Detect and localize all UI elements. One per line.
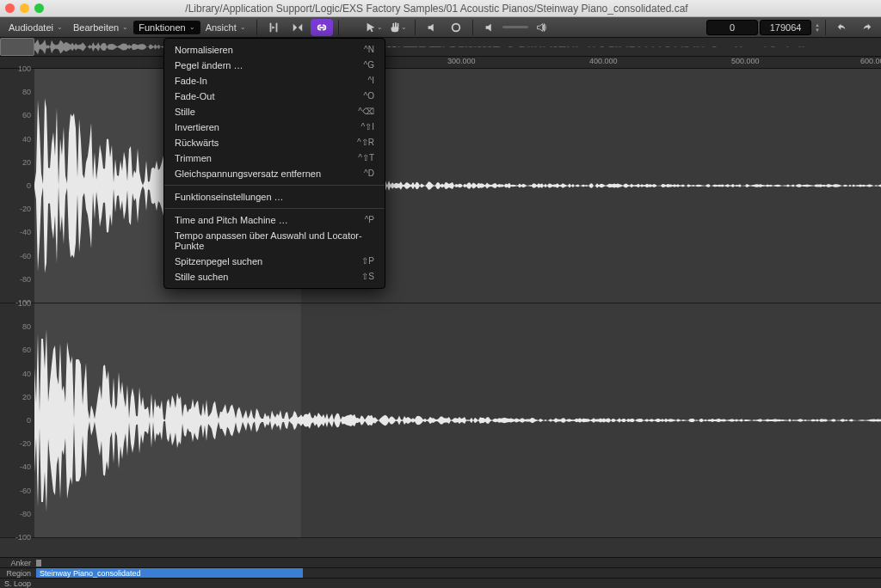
waveform-right[interactable]	[34, 303, 881, 537]
pointer-tool-icon[interactable]: ⌄	[363, 19, 385, 36]
y-tick: 60	[22, 111, 31, 119]
y-tick: -60	[20, 487, 31, 495]
menu-item-spitzenpegel-suchen[interactable]: Spitzenpegel suchen⇧P	[164, 254, 385, 269]
region-label: Region	[0, 568, 34, 578]
funktionen-dropdown: Normalisieren^NPegel ändern …^GFade-In^I…	[163, 38, 385, 289]
menu-item-trimmen[interactable]: Trimmen^⇧T	[164, 150, 385, 166]
ruler-tick: 400.000	[589, 57, 618, 65]
time-ruler[interactable]: 300.000400.000500.000600.000	[0, 57, 881, 69]
overview-handle[interactable]	[0, 38, 34, 56]
y-tick: 0	[27, 181, 31, 190]
anker-track[interactable]	[34, 558, 881, 567]
ruler-tick: 300.000	[447, 57, 476, 65]
sloop-label: S. Loop	[0, 579, 34, 588]
waveform-left[interactable]	[34, 69, 881, 303]
menu-bearbeiten[interactable]: Bearbeiten⌄	[68, 21, 133, 34]
cycle-icon[interactable]	[445, 19, 467, 36]
menu-item-pegel-ndern-[interactable]: Pegel ändern …^G	[164, 58, 385, 73]
y-tick: 40	[22, 135, 31, 144]
y-axis-left: 100806040200-20-40-60-80-100	[0, 69, 34, 303]
y-tick: 60	[22, 346, 31, 354]
y-tick: 100	[18, 299, 31, 308]
y-tick: 0	[27, 416, 31, 425]
channel-left: 100806040200-20-40-60-80-100	[0, 69, 881, 303]
waveform-area: 100806040200-20-40-60-80-100 10080604020…	[0, 69, 881, 538]
menu-item-stille[interactable]: Stille^⌫	[164, 104, 385, 119]
menu-ansicht[interactable]: Ansicht⌄	[200, 21, 251, 34]
region-track[interactable]: Steinway Piano_consolidated	[34, 568, 881, 578]
y-tick: -40	[20, 228, 31, 236]
snap-tool-icon[interactable]	[286, 19, 309, 36]
menu-item-fade-out[interactable]: Fade-Out^O	[164, 89, 385, 104]
menu-funktionen[interactable]: Funktionen⌄	[133, 21, 200, 34]
hand-tool-icon[interactable]: ⌄	[387, 19, 410, 36]
y-tick: 100	[18, 64, 31, 73]
anker-marker-icon[interactable]	[36, 560, 41, 567]
y-tick: -100	[15, 533, 31, 542]
menu-item-normalisieren[interactable]: Normalisieren^N	[164, 42, 385, 58]
playhead-tool-icon[interactable]	[262, 19, 285, 36]
anker-label: Anker	[0, 558, 34, 567]
toolbar: Audiodatei⌄Bearbeiten⌄Funktionen⌄Ansicht…	[0, 17, 881, 38]
channel-right: 100806040200-20-40-60-80-100	[0, 303, 881, 538]
volume-max-icon[interactable]	[530, 19, 552, 36]
bottom-bar: Anker Region Steinway Piano_consolidated…	[0, 557, 881, 588]
window-titlebar: /Library/Application Support/Logic/EXS F…	[0, 0, 881, 17]
undo-icon[interactable]	[831, 19, 853, 36]
menu-item-fade-in[interactable]: Fade-In^I	[164, 73, 385, 89]
y-tick: -40	[20, 462, 31, 471]
y-tick: 40	[22, 370, 31, 378]
menu-item-r-ckw-rts[interactable]: Rückwärts^⇧R	[164, 135, 385, 150]
speaker-icon[interactable]	[421, 19, 443, 36]
menu-item-gleichspannungsversatz-entfernen[interactable]: Gleichspannungsversatz entfernen^D	[164, 166, 385, 181]
region-bar[interactable]: Steinway Piano_consolidated	[36, 568, 303, 578]
window-title: /Library/Application Support/Logic/EXS F…	[0, 3, 876, 15]
y-tick: -80	[20, 510, 31, 518]
overview-strip[interactable]	[0, 38, 881, 57]
redo-icon[interactable]	[855, 19, 878, 36]
region-row: Region Steinway Piano_consolidated	[0, 567, 881, 578]
overview-wave	[34, 38, 881, 56]
menu-item-stille-suchen[interactable]: Stille suchen⇧S	[164, 269, 385, 285]
menu-item-invertieren[interactable]: Invertieren^⇧I	[164, 119, 385, 135]
volume-min-icon[interactable]	[478, 19, 501, 36]
position-b[interactable]: 179064	[760, 20, 811, 35]
volume-slider[interactable]	[502, 26, 528, 28]
sloop-track[interactable]	[34, 579, 881, 588]
menu-item-funktionseinstellungen-[interactable]: Funktionseinstellungen …	[164, 189, 385, 205]
link-icon[interactable]	[311, 19, 333, 36]
stepper-icon[interactable]: ▲▼	[815, 22, 820, 33]
sloop-row: S. Loop	[0, 578, 881, 588]
menu-item-time-and-pitch-machine-[interactable]: Time and Pitch Machine …^P	[164, 212, 385, 228]
y-tick: 80	[22, 88, 31, 96]
menu-item-tempo-anpassen-ber-auswahl-und-locator-punkte[interactable]: Tempo anpassen über Auswahl und Locator-…	[164, 228, 385, 254]
position-a[interactable]: 0	[706, 20, 758, 35]
y-tick: -80	[20, 275, 31, 284]
anker-row: Anker	[0, 557, 881, 567]
y-tick: -60	[20, 252, 31, 260]
ruler-tick: 500.000	[731, 57, 760, 65]
menu-audiodatei[interactable]: Audiodatei⌄	[3, 21, 68, 34]
y-axis-right: 100806040200-20-40-60-80-100	[0, 303, 34, 537]
y-tick: 20	[22, 158, 31, 167]
y-tick: -20	[20, 205, 31, 213]
ruler-tick: 600.000	[860, 57, 881, 65]
y-tick: -20	[20, 439, 31, 448]
y-tick: 80	[22, 322, 31, 331]
y-tick: 20	[22, 393, 31, 401]
